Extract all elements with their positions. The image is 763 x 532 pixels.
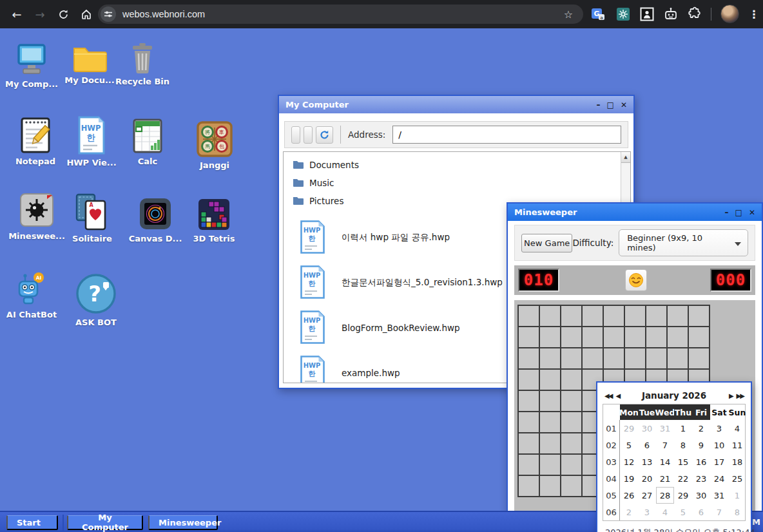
calendar-day[interactable]: 29 <box>674 487 692 504</box>
next-month-icon[interactable]: ▶ <box>727 392 735 399</box>
difficulty-select[interactable]: Beginner (9x9, 10 mines) <box>619 229 748 256</box>
mine-cell[interactable] <box>625 306 645 326</box>
minesweeper-titlebar[interactable]: Minesweeper – □ ✕ <box>508 204 762 221</box>
calendar-day[interactable]: 31 <box>656 420 674 437</box>
calendar-day[interactable]: 13 <box>638 453 656 470</box>
calendar-day[interactable]: 12 <box>620 453 638 470</box>
desktop-icon-askbot[interactable]: ?ASK BOT <box>68 273 124 327</box>
mine-cell[interactable] <box>519 455 539 475</box>
desktop-icon-tetris[interactable]: 3D Tetris <box>186 198 242 243</box>
home-icon[interactable] <box>77 5 95 23</box>
calendar-day[interactable]: 18 <box>728 453 746 470</box>
minimize-icon[interactable]: – <box>725 209 729 216</box>
calendar-day[interactable]: 22 <box>674 470 692 487</box>
prev-month-icon[interactable]: ◀ <box>613 392 621 399</box>
mine-cell[interactable] <box>519 306 539 326</box>
close-icon[interactable]: ✕ <box>749 209 755 216</box>
mine-cell[interactable] <box>625 327 645 347</box>
robot-extension-icon[interactable] <box>662 6 679 23</box>
portrait-extension-icon[interactable] <box>639 6 655 23</box>
mine-cell[interactable] <box>689 306 709 326</box>
mine-cell[interactable] <box>604 327 624 347</box>
desktop-icon-notepad[interactable]: Notepad <box>8 116 63 166</box>
mine-cell[interactable] <box>540 455 560 475</box>
desktop-icon-janggi[interactable]: 將車馬包Janggi <box>187 121 242 170</box>
teal-extension-icon[interactable] <box>615 6 632 23</box>
mine-cell[interactable] <box>561 476 581 496</box>
desktop-icon-mine[interactable]: Mineswee... <box>9 192 64 241</box>
desktop-icon-calc[interactable]: Calc <box>120 119 175 166</box>
mine-cell[interactable] <box>519 348 539 368</box>
mine-cell[interactable] <box>583 348 603 368</box>
calendar-day[interactable]: 4 <box>656 504 674 520</box>
mine-cell[interactable] <box>519 391 539 411</box>
calendar-day[interactable]: 8 <box>674 437 692 453</box>
mine-cell[interactable] <box>561 370 581 390</box>
browser-menu-icon[interactable]: ⋮ <box>746 5 762 23</box>
new-game-button[interactable]: New Game <box>521 234 572 252</box>
mine-cell[interactable] <box>561 348 581 368</box>
taskbar-button-minesweeper[interactable]: Minesweeper <box>148 515 218 530</box>
mine-cell[interactable] <box>604 348 624 368</box>
calendar-day[interactable]: 2 <box>620 504 638 520</box>
calendar-day[interactable]: 1 <box>674 420 692 437</box>
scroll-up-icon[interactable]: ▲ <box>621 152 630 163</box>
maximize-icon[interactable]: □ <box>735 209 742 216</box>
prev-year-icon[interactable]: ◀◀ <box>603 392 613 399</box>
profile-avatar[interactable] <box>720 5 739 23</box>
mine-cell[interactable] <box>561 412 581 432</box>
calendar-day[interactable]: 10 <box>710 437 728 453</box>
minimize-icon[interactable]: – <box>597 101 601 109</box>
my-computer-titlebar[interactable]: My Computer – □ ✕ <box>279 96 633 113</box>
mine-cell[interactable] <box>625 348 645 368</box>
mine-cell[interactable] <box>540 370 560 390</box>
calendar-day[interactable]: 2 <box>692 420 710 437</box>
calendar-day[interactable]: 5 <box>674 504 692 520</box>
calendar-day[interactable]: 23 <box>692 470 710 487</box>
url-text[interactable]: webos.webnori.com <box>122 9 564 19</box>
mine-cell[interactable] <box>519 476 539 496</box>
mine-cell[interactable] <box>540 306 560 326</box>
mine-cell[interactable] <box>540 433 560 453</box>
bookmark-star-icon[interactable]: ☆ <box>564 8 573 21</box>
extensions-puzzle-icon[interactable] <box>686 6 702 23</box>
calendar-day[interactable]: 27 <box>638 487 656 504</box>
calendar-day[interactable]: 31 <box>710 487 728 504</box>
calendar-day[interactable]: 25 <box>728 470 746 487</box>
calendar-day[interactable]: 5 <box>620 437 638 453</box>
calendar-day[interactable]: 20 <box>638 470 656 487</box>
calendar-day[interactable]: 1 <box>728 487 746 504</box>
calendar-day[interactable]: 6 <box>638 437 656 453</box>
mine-cell[interactable] <box>540 391 560 411</box>
calendar-day[interactable]: 11 <box>728 437 746 453</box>
mine-cell[interactable] <box>540 412 560 432</box>
mine-cell[interactable] <box>519 412 539 432</box>
forward-icon[interactable]: → <box>31 5 49 23</box>
maximize-icon[interactable]: □ <box>607 101 614 109</box>
desktop-icon-hwp[interactable]: HWP한HWP Vie... <box>64 116 119 167</box>
desktop-icon-canvas[interactable]: Canvas D... <box>128 197 183 243</box>
back-nav-button[interactable] <box>291 126 300 144</box>
desktop-icon-computer[interactable]: My Comp... <box>4 44 59 89</box>
desktop[interactable]: My Comp...My Docu...Recycle BinNotepadHW… <box>0 28 763 532</box>
reload-icon[interactable] <box>54 5 72 23</box>
mine-cell[interactable] <box>583 327 603 347</box>
address-input[interactable] <box>392 126 621 144</box>
calendar-day[interactable]: 3 <box>710 420 728 437</box>
mine-cell[interactable] <box>604 306 624 326</box>
mine-cell[interactable] <box>689 327 709 347</box>
desktop-icon-chatbot[interactable]: AIAI ChatBot <box>4 272 59 319</box>
calendar-day[interactable]: 8 <box>728 504 746 520</box>
mine-cell[interactable] <box>646 327 666 347</box>
smiley-face-button[interactable] <box>625 269 647 291</box>
calendar-day[interactable]: 16 <box>692 453 710 470</box>
mine-cell[interactable] <box>519 370 539 390</box>
mine-cell[interactable] <box>668 348 688 368</box>
mine-cell[interactable] <box>561 455 581 475</box>
mine-cell[interactable] <box>540 476 560 496</box>
address-bar[interactable]: webos.webnori.com ☆ <box>98 5 583 24</box>
mine-cell[interactable] <box>668 306 688 326</box>
mine-cell[interactable] <box>561 327 581 347</box>
mine-cell[interactable] <box>540 348 560 368</box>
mine-cell[interactable] <box>689 348 709 368</box>
